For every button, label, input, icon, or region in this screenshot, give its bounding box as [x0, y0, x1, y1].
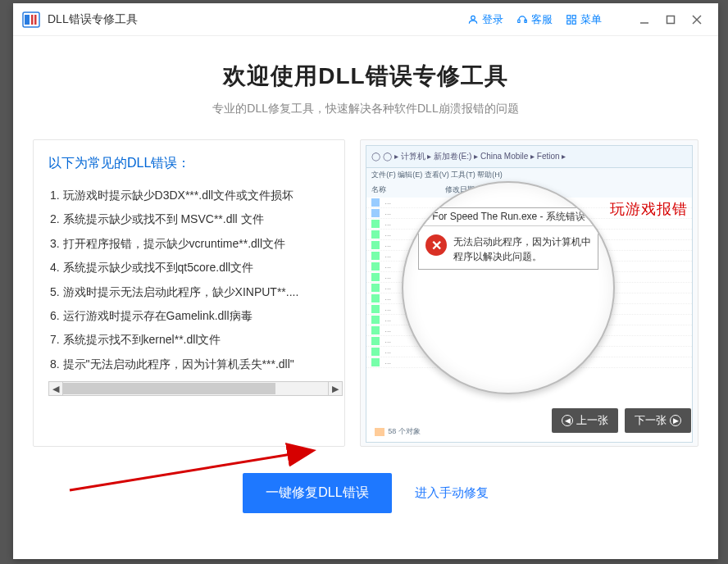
list-item: 8. 提示"无法启动此程序，因为计算机丢失***.dll" [50, 352, 339, 376]
prev-button[interactable]: ◀上一张 [552, 408, 618, 433]
explorer-toolbar: 文件(F) 编辑(E) 查看(V) 工具(T) 帮助(H) [366, 168, 693, 183]
errors-title: 以下为常见的DLL错误： [48, 155, 343, 172]
svg-rect-7 [567, 15, 571, 18]
scroll-right-icon[interactable]: ▶ [328, 381, 343, 396]
screenshot-caption: 玩游戏报错 [610, 199, 688, 219]
content: 欢迎使用DLL错误专修工具 专业的DLL修复工具，快速解决各种软件DLL崩溃报错… [13, 36, 718, 559]
headset-icon [516, 14, 528, 25]
magnifier: d For Speed The Run.exe - 系统错误 ✕ 无法启动此程序… [402, 181, 615, 394]
error-line1: 无法启动此程序，因为计算机中 [453, 234, 591, 249]
maximize-button[interactable] [657, 8, 684, 31]
user-icon [467, 14, 479, 25]
window-controls [631, 8, 710, 31]
welcome-title: 欢迎使用DLL错误专修工具 [33, 61, 698, 92]
chevron-left-icon: ◀ [562, 415, 573, 426]
menu-link[interactable]: 菜单 [566, 12, 602, 27]
svg-rect-10 [572, 20, 576, 24]
menu-label: 菜单 [580, 12, 602, 27]
maximize-icon [666, 15, 676, 25]
list-item: 3. 打开程序报错，提示缺少vcruntime**.dll文件 [50, 232, 339, 256]
svg-rect-12 [667, 16, 675, 23]
support-label: 客服 [531, 12, 553, 27]
close-icon [692, 15, 702, 25]
list-item: 4. 系统提示缺少或找不到qt5core.dll文件 [50, 256, 339, 280]
error-dialog-body: ✕ 无法启动此程序，因为计算机中 程序以解决此问题。 [418, 226, 598, 270]
next-label: 下一张 [635, 413, 667, 428]
login-label: 登录 [482, 12, 503, 27]
fix-dll-button[interactable]: 一键修复DLL错误 [243, 473, 391, 513]
app-logo-icon [21, 10, 41, 30]
chevron-right-icon: ▶ [670, 415, 681, 426]
svg-rect-3 [34, 15, 37, 25]
scroll-thumb[interactable] [63, 383, 275, 394]
horizontal-scrollbar[interactable]: ◀ ▶ [48, 380, 343, 398]
actions-row: 一键修复DLL错误 进入手动修复 [33, 447, 698, 543]
list-item: 1. 玩游戏时提示缺少D3DX***.dll文件或文件损坏 [50, 184, 339, 207]
list-item: 2. 系统提示缺少或找不到 MSVC**.dll 文件 [50, 207, 339, 231]
error-text: 无法启动此程序，因为计算机中 程序以解决此问题。 [453, 234, 591, 264]
error-icon: ✕ [425, 234, 447, 256]
scroll-left-icon[interactable]: ◀ [48, 381, 63, 396]
error-dialog-title: d For Speed The Run.exe - 系统错误 [418, 207, 598, 226]
titlebar: DLL错误专修工具 登录 客服 菜单 [13, 3, 718, 36]
support-link[interactable]: 客服 [516, 12, 553, 27]
explorer-footer: 58 个对象 [375, 426, 421, 437]
app-title: DLL错误专修工具 [48, 12, 467, 27]
carousel-nav: ◀上一张 下一张▶ [552, 408, 691, 433]
svg-rect-9 [567, 20, 571, 24]
error-line2: 程序以解决此问题。 [453, 249, 591, 264]
next-button[interactable]: 下一张▶ [625, 408, 691, 433]
close-button[interactable] [684, 8, 710, 31]
svg-rect-5 [518, 20, 520, 23]
scroll-track[interactable] [63, 381, 328, 396]
svg-rect-1 [25, 15, 30, 25]
object-count: 58 个对象 [388, 426, 421, 437]
errors-list: 1. 玩游戏时提示缺少D3DX***.dll文件或文件损坏 2. 系统提示缺少或… [48, 184, 343, 376]
app-window: DLL错误专修工具 登录 客服 菜单 欢迎使用DLL错误专修工具 专业的DLL修… [13, 3, 718, 559]
grid-icon [566, 14, 577, 25]
welcome-subtitle: 专业的DLL修复工具，快速解决各种软件DLL崩溃报错的问题 [33, 102, 698, 116]
manual-fix-link[interactable]: 进入手动修复 [415, 485, 489, 501]
list-item: 5. 游戏时提示无法启动此程序，缺少XINPUT**.... [50, 280, 339, 304]
explorer-address-bar: ◯ ◯ ▸ 计算机 ▸ 新加卷(E:) ▸ China Mobile ▸ Fet… [366, 145, 693, 168]
login-link[interactable]: 登录 [467, 12, 503, 27]
errors-panel: 以下为常见的DLL错误： 1. 玩游戏时提示缺少D3DX***.dll文件或文件… [33, 139, 345, 447]
list-item: 6. 运行游戏时提示存在Gamelink.dll病毒 [50, 304, 339, 328]
list-item: 7. 系统提示找不到kernel**.dll文件 [50, 328, 339, 352]
minimize-icon [639, 15, 649, 25]
prev-label: 上一张 [576, 413, 608, 428]
header-actions: 登录 客服 菜单 [467, 8, 710, 31]
svg-rect-2 [31, 15, 34, 25]
screenshot-panel: ◯ ◯ ▸ 计算机 ▸ 新加卷(E:) ▸ China Mobile ▸ Fet… [360, 139, 698, 447]
svg-point-4 [471, 16, 475, 20]
panels: 以下为常见的DLL错误： 1. 玩游戏时提示缺少D3DX***.dll文件或文件… [33, 139, 698, 447]
minimize-button[interactable] [631, 8, 657, 31]
svg-rect-8 [572, 15, 576, 18]
